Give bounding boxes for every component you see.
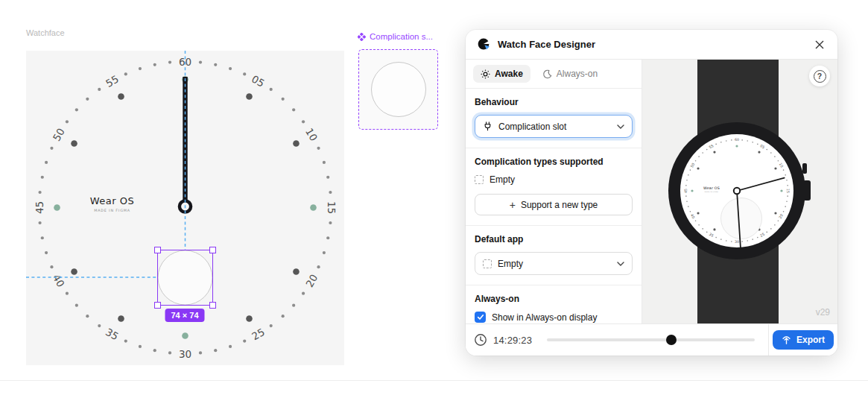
behaviour-value: Complication slot — [498, 121, 611, 132]
svg-text:Wear OS: Wear OS — [90, 195, 135, 206]
tab-always-on-label: Always-on — [557, 69, 598, 79]
default-app-value: Empty — [498, 259, 611, 269]
complication-slot-component[interactable] — [358, 49, 438, 130]
version-label: v29 — [816, 307, 830, 318]
question-icon: ? — [814, 70, 826, 83]
resize-handle-top-left[interactable] — [154, 247, 161, 253]
svg-text:45: 45 — [34, 201, 45, 214]
svg-text:40: 40 — [51, 272, 67, 289]
watch-preview-pane: 051015202530354045505560Wear OSMADE IN F… — [642, 60, 837, 323]
export-button[interactable]: Export — [773, 330, 834, 350]
svg-text:15: 15 — [786, 189, 790, 193]
resize-handle-top-right[interactable] — [209, 247, 216, 253]
svg-text:Wear OS: Wear OS — [703, 186, 720, 190]
support-new-type-button[interactable]: + Support a new type — [475, 194, 633, 215]
export-area: Export — [768, 324, 837, 356]
svg-text:25: 25 — [250, 326, 267, 342]
plugin-logo-icon — [478, 38, 490, 51]
svg-text:55: 55 — [104, 73, 121, 89]
default-app-section: Default app Empty — [466, 226, 642, 285]
time-scrubber: 14:29:23 — [466, 324, 768, 356]
frame-title-watchface[interactable]: Watchface — [26, 28, 65, 37]
svg-text:30: 30 — [179, 348, 191, 360]
chevron-down-icon — [617, 262, 624, 266]
svg-text:15: 15 — [326, 201, 338, 214]
dialog-header: Watch Face Designer — [466, 30, 837, 60]
complication-slot-shape — [371, 62, 426, 117]
component-layer-label[interactable]: Complication s... — [358, 32, 433, 41]
export-icon — [782, 335, 791, 345]
svg-text:60: 60 — [735, 138, 739, 142]
time-value: 14:29:23 — [493, 335, 532, 346]
watch-face-designer-dialog: Watch Face Designer — [466, 30, 837, 356]
plug-icon — [483, 121, 492, 131]
tab-always-on[interactable]: Always-on — [541, 65, 599, 83]
watchface-frame[interactable]: 051015202530354045505560Wear OSMADE IN F… — [26, 51, 344, 365]
type-item-empty[interactable]: Empty — [475, 174, 633, 185]
page-divider — [0, 380, 868, 381]
watch-side-button — [802, 163, 807, 174]
empty-type-icon — [475, 175, 484, 184]
complication-types-label: Complication types supported — [475, 157, 633, 167]
default-app-select[interactable]: Empty — [475, 252, 633, 275]
dialog-footer: 14:29:23 Export — [466, 323, 837, 356]
dialog-title: Watch Face Designer — [498, 39, 805, 50]
always-on-label: Always-on — [475, 294, 633, 304]
svg-text:10: 10 — [303, 126, 320, 143]
complication-slot-selection[interactable] — [157, 250, 213, 306]
svg-text:50: 50 — [51, 126, 67, 143]
svg-text:MADE IN FIGMA: MADE IN FIGMA — [94, 209, 130, 212]
selection-size-badge: 74 × 74 — [165, 309, 204, 322]
type-item-label: Empty — [490, 174, 515, 185]
always-on-checkbox-label: Show in Always-on display — [492, 312, 597, 323]
behaviour-select[interactable]: Complication slot — [475, 115, 633, 138]
svg-text:20: 20 — [303, 272, 320, 289]
behaviour-label: Behaviour — [475, 97, 633, 107]
dialog-body: Awake Always-on Behaviour — [466, 60, 837, 323]
slider-track[interactable] — [547, 338, 755, 341]
close-icon[interactable] — [812, 37, 827, 52]
slider-thumb[interactable] — [666, 335, 677, 345]
component-name: Complication s... — [370, 32, 433, 41]
behaviour-section: Behaviour Complication slot — [466, 89, 642, 148]
help-button[interactable]: ? — [809, 66, 830, 86]
clock-icon — [474, 333, 487, 347]
watch-preview-render: 051015202530354045505560Wear OSMADE IN F… — [642, 60, 837, 323]
check-icon — [477, 314, 484, 321]
chevron-down-icon — [617, 124, 624, 129]
component-icon — [358, 33, 366, 41]
resize-handle-bottom-left[interactable] — [154, 302, 161, 309]
support-new-type-label: Support a new type — [521, 200, 598, 210]
svg-text:05: 05 — [250, 73, 267, 89]
empty-app-icon — [483, 259, 492, 268]
complication-types-section: Complication types supported Empty + Sup… — [466, 148, 642, 226]
plus-icon: + — [510, 200, 516, 210]
resize-handle-bottom-right[interactable] — [209, 302, 216, 309]
always-on-checkbox-row: Show in Always-on display — [475, 312, 633, 323]
moon-icon — [542, 69, 552, 79]
tab-awake[interactable]: Awake — [473, 65, 530, 83]
time-slider[interactable] — [547, 335, 755, 345]
svg-text:35: 35 — [104, 326, 121, 342]
settings-panel: Awake Always-on Behaviour — [466, 60, 642, 323]
tab-awake-label: Awake — [495, 69, 523, 79]
default-app-label: Default app — [475, 234, 633, 244]
svg-text:45: 45 — [684, 189, 688, 193]
svg-text:30: 30 — [735, 240, 739, 244]
figma-canvas: Watchface 051015202530354045505560Wear O… — [0, 0, 868, 401]
mode-tabs: Awake Always-on — [466, 60, 642, 89]
sun-icon — [481, 69, 490, 79]
always-on-checkbox[interactable] — [475, 312, 486, 323]
export-label: Export — [796, 335, 825, 345]
